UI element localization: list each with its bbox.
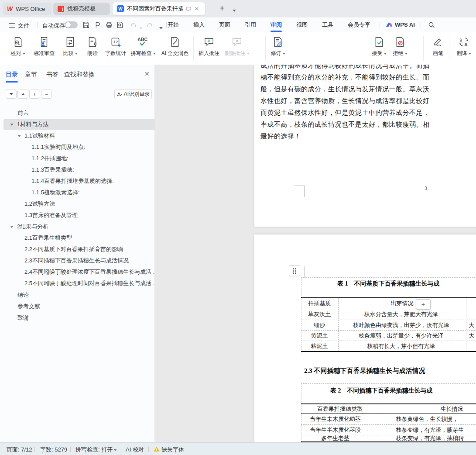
read-aloud-button[interactable]: 朗读 [83,35,102,62]
insert-comment-icon [203,35,215,49]
review-ribbon: 校对 标准审查 比较 朗读 12 字数统计 ABC 拼写检查 AI 全文润色 插… [0,32,476,65]
table-column-divider [379,404,379,441]
insert-comment-button[interactable]: 插入批注 [196,35,222,62]
toc-item-2-4[interactable]: 2.4不同吲哚丁酸处理浓度下百香果插穗生长与成活 ... [0,266,179,278]
toc-item-1-materials[interactable]: 1材料与方法 [0,119,165,130]
caret-icon [469,53,471,55]
standard-review-icon [38,35,50,49]
close-icon[interactable]: ✕ [195,6,199,11]
table-cell: 草灰沃土 [301,310,338,318]
menu-tab-page[interactable]: 页面 [219,17,230,33]
toc-item-2-3[interactable]: 2.3不同插穗下百香果插穗生长与成活情况 [0,255,179,266]
document-page-3[interactable]: 成活的扦插基质才能得到较好的成长情况与成活率。而插 穗不能得到充分的水分的补充，… [254,65,476,227]
document-canvas[interactable]: 成活的扦插基质才能得到较好的成长情况与成活率。而插 穗不能得到充分的水分的补充，… [155,65,476,442]
save-icon[interactable] [82,21,90,29]
menu-tab-review[interactable]: 审阅 [271,17,282,33]
page-indicator[interactable]: 页面: 7/12 [7,446,32,454]
spell-check-icon: ABC [137,35,150,49]
ai-polish-button[interactable]: AI 全文润色 [158,35,192,62]
sidebar-tab-chapters[interactable]: 章节 [25,71,37,79]
sidebar-tab-toc[interactable]: 目录 [6,71,18,79]
ai-proofread-button[interactable]: AI 校对 [126,446,144,454]
new-tab-button[interactable]: + [219,3,225,13]
undo-icon [130,21,137,29]
ai-recognize-toc-button[interactable]: AI识别目录 [114,89,152,99]
print-preview-icon[interactable] [116,21,124,29]
toc-item-2-5[interactable]: 2.5不同吲哚丁酸处理时间对百香果插穗生长与成活 ... [0,278,179,289]
table-cell: 当年生半木质化茎段 [301,426,370,434]
proofread-button[interactable]: 校对 [7,35,29,62]
table-header-cell: 生长情况 [379,405,476,413]
ribbon-collapse-chevron-icon[interactable] [158,24,163,32]
toc-item-1-3[interactable]: 1.3苗床的准备及管理 [0,210,179,221]
standard-review-button[interactable]: 标准审查 [31,35,58,62]
chat-bubble-icon[interactable] [186,6,192,12]
wps-ai-logo-icon [386,21,393,28]
insert-column-plus-button[interactable]: + [416,299,431,310]
zoom-out-toc-button[interactable]: − [41,90,52,99]
sidebar-tab-bookmarks[interactable]: 书签 [46,71,58,79]
window-tab-bar: W WPS Office 找稻壳模板 W 不同因素对百香果扦插育苗的 ✕ + [0,0,476,17]
menu-tab-insert[interactable]: 插入 [193,17,205,33]
autosave-toggle[interactable] [65,21,78,28]
tab-wps-office[interactable]: W WPS Office [3,3,51,15]
wps-ai-button[interactable]: WPS AI [386,21,415,28]
toc-item-1-1[interactable]: 1.1试验材料 [0,130,172,141]
toc-item-qianyan[interactable]: 前言 [0,107,172,119]
missing-font-warning[interactable]: 缺失字体 [161,446,184,454]
table-row: 粘泥土 枝稍有长大，芽小但有光泽 [301,341,476,351]
table-1[interactable]: 扦插基质 出芽情况 草灰沃土 枝水分含量大，芽肥大有光泽 细沙 枝叶颜色由绿变浅… [301,297,476,352]
tab-docer-templates[interactable]: 找稻壳模板 [53,3,110,15]
toc-item-references[interactable]: 参考文献 [0,301,172,312]
toc-item-acknowledgement[interactable]: 致谢 [0,312,172,324]
accept-button[interactable]: 接受 [369,35,389,62]
section-heading-2-3: 2.3 不同插穗下百香果插穗生长与成活情况 [304,367,425,375]
menu-tab-home[interactable]: 开始 [168,17,179,33]
toc-item-2-results[interactable]: 2结果与分析 [0,221,165,232]
svg-text:12: 12 [113,39,118,44]
spell-check-indicator[interactable]: 拼写检查: 打开 [75,446,116,454]
toc-item-conclusion[interactable]: 结论 [0,290,172,301]
menu-tab-tools[interactable]: 工具 [322,17,333,33]
menu-tab-reference[interactable]: 引用 [245,17,256,33]
word-count-button[interactable]: 12 字数统计 [103,35,128,62]
expand-all-button[interactable] [17,90,28,99]
brush-button[interactable]: 画笔 [428,35,449,62]
reject-button[interactable]: 拒绝 [390,35,410,62]
zoom-in-toc-button[interactable]: + [29,90,40,99]
ai-polish-icon [169,35,181,49]
table-cell: 粘泥土 [301,342,338,350]
table-drag-handle-icon[interactable] [289,265,300,276]
print-icon[interactable] [105,21,113,29]
table-2[interactable]: 百香果扦插穗类型 生长情况 当年生未木质化幼茎 枝条黄绿色，生长较慢， 当年生半… [301,403,476,442]
menu-tab-view[interactable]: 视图 [296,17,308,33]
search-icon[interactable] [428,21,435,29]
status-bar: 页面: 7/12 字数: 5279 拼写检查: 打开 AI 校对 缺失字体 [0,442,476,455]
translate-button[interactable]: 文A 翻译 [454,35,474,62]
tab-list-chevron-icon[interactable] [231,7,236,14]
file-menu[interactable]: 文件 [18,22,29,30]
track-changes-button[interactable]: 修订 [268,35,288,62]
sidebar-tab-find-replace[interactable]: 查找和替换 [64,71,95,79]
body-text-line: 成活的扦插基质才能得到较好的成长情况与成活率。而插 [260,65,430,70]
toc-item-1-2[interactable]: 1.2试验方法 [0,198,179,210]
undo-chevron-icon [138,24,142,32]
document-page-4[interactable]: 表 1 不同基质下百香果插穗生长与成 扦插基质 出芽情况 草灰沃土 枝水分含量大… [254,234,476,442]
hamburger-icon[interactable] [9,23,15,28]
wps-ai-label: WPS AI [395,21,415,28]
menu-tab-member[interactable]: 会员专享 [348,17,370,33]
close-icon[interactable]: ✕ [144,70,150,77]
spell-check-button[interactable]: ABC 拼写检查 [129,35,157,62]
table-header-cell: 出芽情况 [338,300,466,307]
margin-corner-mark [295,186,305,197]
collapse-all-button[interactable] [6,90,17,99]
tab-label: 不同因素对百香果扦插育苗的 [127,5,183,13]
toc-item-2-2[interactable]: 2.2不同基质下对百香果扦插育苗的影响 [0,244,179,255]
table-cell: 枝稍有长大，芽小但有光泽 [338,342,464,350]
export-pdf-icon[interactable] [93,21,101,29]
word-count-indicator[interactable]: 字数: 5279 [40,446,67,454]
tab-document-active[interactable]: W 不同因素对百香果扦插育苗的 ✕ [113,2,205,15]
toc-item-2-1[interactable]: 2.1百香果生根类型 [0,232,179,244]
table-row: 多年生老茎 枝条变绿，有光泽，抽梢转 [301,435,476,441]
compare-button[interactable]: 比较 [59,35,81,62]
